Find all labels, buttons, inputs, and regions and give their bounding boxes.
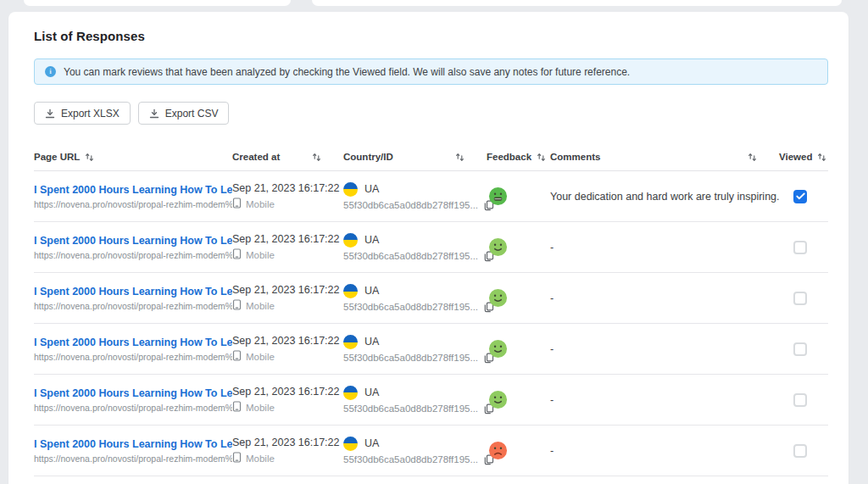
country-code: UA <box>364 234 379 246</box>
viewed-cell <box>779 393 828 407</box>
mobile-device-icon <box>232 197 242 210</box>
feedback-smile-icon <box>488 237 508 257</box>
response-id: 55f30db6ca5a0d8db278ff195... <box>343 403 478 414</box>
response-id: 55f30db6ca5a0d8db278ff195... <box>343 200 478 210</box>
column-header-viewed[interactable]: Viewed <box>779 152 828 162</box>
created-at-value: Sep 21, 2023 16:17:22 <box>232 284 343 296</box>
export-csv-button[interactable]: Export CSV <box>138 102 230 125</box>
page-title-link[interactable]: I Spent 2000 Hours Learning How To Learn… <box>34 438 232 450</box>
info-banner-text: You can mark reviews that have been anal… <box>64 66 630 78</box>
sort-icon[interactable] <box>537 153 546 162</box>
viewed-checkbox[interactable] <box>793 292 807 305</box>
comment-cell: - <box>550 242 779 253</box>
table-header-row: Page URL Created at Country/ID <box>34 145 828 171</box>
country-id-cell: UA 55f30db6ca5a0d8db278ff195... <box>343 437 487 465</box>
table-row: I Spent 2000 Hours Learning How To Learn… <box>34 222 828 273</box>
table-row: I Spent 2000 Hours Learning How To Learn… <box>34 171 828 222</box>
created-at-cell: Sep 21, 2023 16:17:22 Mobile <box>232 437 343 465</box>
mobile-device-icon <box>232 299 242 312</box>
created-at-cell: Sep 21, 2023 16:17:22 Mobile <box>232 182 343 210</box>
table-row: I Spent 2000 Hours Learning How To Learn… <box>34 375 828 426</box>
country-code: UA <box>364 437 379 449</box>
page-title: List of Responses <box>34 29 828 43</box>
comment-cell: Your dedication and hard work are truly … <box>550 191 779 203</box>
info-icon: i <box>45 66 56 77</box>
page-url-cell: I Spent 2000 Hours Learning How To Learn… <box>34 235 232 260</box>
column-header-comments[interactable]: Comments <box>550 152 779 162</box>
comment-cell: - <box>550 343 779 355</box>
device-label: Mobile <box>246 301 275 311</box>
column-header-page-url[interactable]: Page URL <box>34 152 232 162</box>
ukraine-flag-icon <box>343 284 358 298</box>
feedback-grin-icon <box>488 186 508 206</box>
page-title-link[interactable]: I Spent 2000 Hours Learning How To Learn… <box>34 286 232 298</box>
column-header-country-id[interactable]: Country/ID <box>343 152 487 162</box>
device-label: Mobile <box>246 352 275 362</box>
response-id: 55f30db6ca5a0d8db278ff195... <box>343 454 478 465</box>
country-code: UA <box>364 285 379 297</box>
comment-cell: - <box>550 292 779 304</box>
page-url-text: https://novena.pro/novosti/propal-rezhim… <box>34 199 232 209</box>
page-title-link[interactable]: I Spent 2000 Hours Learning How To Learn… <box>34 235 232 247</box>
column-label: Country/ID <box>343 152 393 162</box>
created-at-value: Sep 21, 2023 16:17:22 <box>232 182 343 194</box>
download-icon <box>45 108 55 119</box>
table-row: I Spent 2000 Hours Learning How To Learn… <box>34 324 828 375</box>
page-title-link[interactable]: I Spent 2000 Hours Learning How To Learn… <box>34 387 232 399</box>
sort-icon[interactable] <box>85 153 94 162</box>
created-at-value: Sep 21, 2023 16:17:22 <box>232 233 343 245</box>
feedback-smile-icon <box>488 288 508 308</box>
page-url-cell: I Spent 2000 Hours Learning How To Learn… <box>34 184 232 209</box>
column-label: Page URL <box>34 152 80 162</box>
feedback-cell <box>487 390 550 409</box>
table-body: I Spent 2000 Hours Learning How To Learn… <box>34 171 828 476</box>
created-at-cell: Sep 21, 2023 16:17:22 Mobile <box>232 386 343 414</box>
feedback-cell <box>487 441 550 460</box>
column-header-created-at[interactable]: Created at <box>232 152 343 162</box>
export-csv-label: Export CSV <box>165 108 219 120</box>
country-code: UA <box>364 183 379 195</box>
sort-icon[interactable] <box>817 153 826 162</box>
country-id-cell: UA 55f30db6ca5a0d8db278ff195... <box>343 182 487 211</box>
viewed-checkbox[interactable] <box>793 393 807 407</box>
ukraine-flag-icon <box>343 386 358 400</box>
viewed-checkbox[interactable] <box>793 241 807 254</box>
sort-icon[interactable] <box>455 153 465 162</box>
comment-cell: - <box>550 445 779 457</box>
response-id: 55f30db6ca5a0d8db278ff195... <box>343 353 478 363</box>
table-row: I Spent 2000 Hours Learning How To Learn… <box>34 273 828 324</box>
download-icon <box>149 108 159 119</box>
export-xlsx-label: Export XLSX <box>61 108 120 120</box>
country-id-cell: UA 55f30db6ca5a0d8db278ff195... <box>343 284 487 313</box>
comment-cell: - <box>550 394 779 406</box>
device-label: Mobile <box>246 199 275 209</box>
feedback-cell <box>487 237 550 257</box>
viewed-checkbox[interactable] <box>793 190 807 203</box>
created-at-value: Sep 21, 2023 16:17:22 <box>232 437 343 448</box>
column-header-feedback[interactable]: Feedback <box>487 152 550 162</box>
viewed-cell <box>779 190 828 203</box>
feedback-smile-icon <box>488 339 508 359</box>
ukraine-flag-icon <box>343 233 358 248</box>
created-at-cell: Sep 21, 2023 16:17:22 Mobile <box>232 335 343 363</box>
feedback-smile-icon <box>488 390 508 409</box>
sort-icon[interactable] <box>748 153 757 162</box>
viewed-checkbox[interactable] <box>793 444 807 458</box>
mobile-device-icon <box>232 452 242 465</box>
sort-icon[interactable] <box>312 153 321 162</box>
export-xlsx-button[interactable]: Export XLSX <box>34 102 131 125</box>
viewed-cell <box>779 241 828 254</box>
mobile-device-icon <box>232 350 242 363</box>
ukraine-flag-icon <box>343 335 358 349</box>
page-url-text: https://novena.pro/novosti/propal-rezhim… <box>34 301 232 311</box>
viewed-checkbox[interactable] <box>793 342 807 356</box>
column-label: Created at <box>232 152 280 162</box>
page-title-link[interactable]: I Spent 2000 Hours Learning How To Learn… <box>34 337 232 348</box>
export-toolbar: Export XLSX Export CSV <box>34 102 828 125</box>
ukraine-flag-icon <box>343 182 358 197</box>
ukraine-flag-icon <box>343 437 358 451</box>
mobile-device-icon <box>232 248 242 261</box>
country-code: UA <box>364 336 379 348</box>
page-title-link[interactable]: I Spent 2000 Hours Learning How To Learn… <box>34 184 232 196</box>
page-url-text: https://novena.pro/novosti/propal-rezhim… <box>34 250 232 260</box>
